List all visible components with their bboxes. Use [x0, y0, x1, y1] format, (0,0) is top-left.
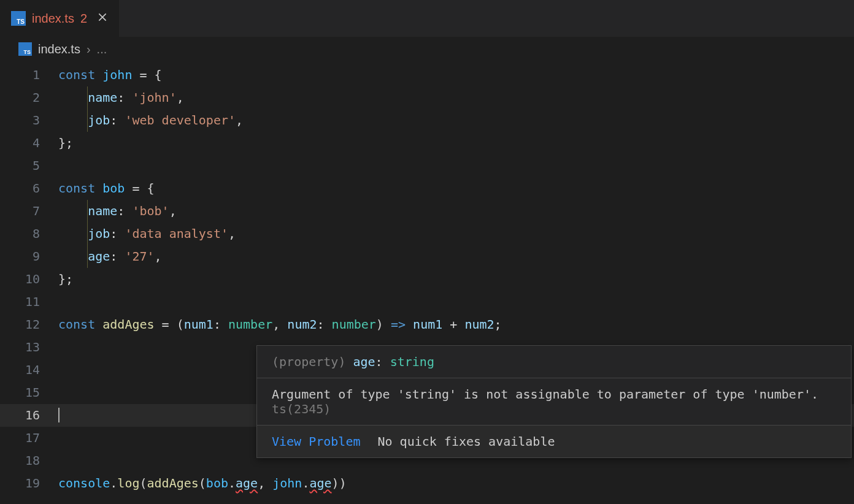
line-number: 7: [0, 200, 58, 223]
line-number: 16: [0, 404, 58, 427]
line-number: 5: [0, 155, 58, 177]
close-tab-icon[interactable]: [97, 12, 108, 26]
line-number: 11: [0, 291, 58, 313]
breadcrumb-ellipsis: ...: [97, 42, 107, 56]
line-number: 1: [0, 64, 58, 86]
code-editor[interactable]: 1const john = { 2 name: 'john', 3 job: '…: [0, 61, 854, 495]
line-number: 6: [0, 177, 58, 200]
view-problem-link[interactable]: View Problem: [272, 434, 361, 449]
tab-error-count: 2: [80, 12, 87, 26]
line-number: 2: [0, 86, 58, 109]
line-number: 8: [0, 223, 58, 245]
line-number: 13: [0, 336, 58, 359]
line-number: 18: [0, 449, 58, 472]
tab-bar: TS index.ts 2: [0, 0, 854, 37]
line-number: 19: [0, 472, 58, 495]
tab-filename: index.ts: [32, 12, 74, 26]
line-number: 9: [0, 245, 58, 268]
line-number: 14: [0, 359, 58, 381]
breadcrumb[interactable]: TS index.ts › ...: [0, 37, 854, 61]
line-number: 12: [0, 313, 58, 336]
hover-error-message: Argument of type 'string' is not assigna…: [257, 378, 851, 426]
line-number: 4: [0, 132, 58, 155]
no-quick-fixes-label: No quick fixes available: [378, 434, 555, 449]
hover-signature: (property) age: string: [257, 346, 851, 378]
typescript-file-icon: TS: [18, 42, 32, 56]
breadcrumb-filename: index.ts: [38, 42, 80, 56]
line-number: 10: [0, 268, 58, 291]
typescript-file-icon: TS: [11, 11, 26, 26]
line-number: 3: [0, 109, 58, 132]
line-number: 15: [0, 381, 58, 404]
line-number: 17: [0, 427, 58, 449]
tab-index-ts[interactable]: TS index.ts 2: [0, 0, 120, 37]
chevron-right-icon: ›: [87, 42, 91, 56]
hover-tooltip: (property) age: string Argument of type …: [256, 345, 852, 458]
